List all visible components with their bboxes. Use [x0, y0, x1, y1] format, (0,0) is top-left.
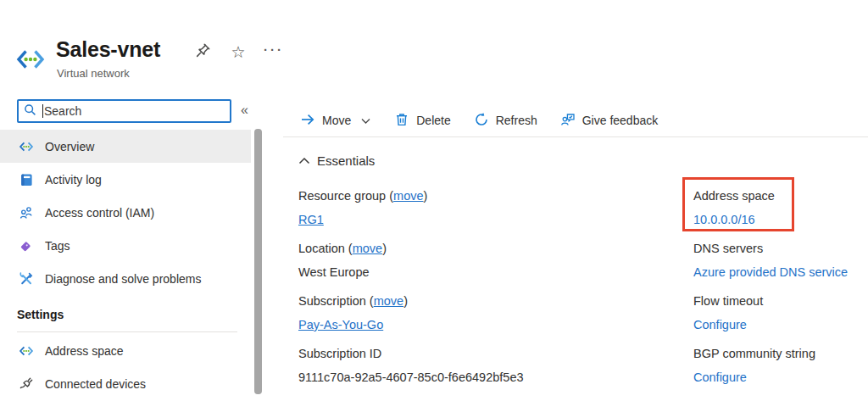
- resource-group-link[interactable]: RG1: [298, 213, 324, 226]
- sidebar-item-label: Diagnose and solve problems: [45, 272, 201, 286]
- header-actions: ☆ ···: [193, 42, 283, 61]
- sidebar-item-tags[interactable]: Tags: [0, 229, 251, 262]
- field-address-space: Address space 10.0.0.0/16: [693, 188, 848, 227]
- divider: [283, 136, 868, 137]
- chevron-down-icon: [360, 115, 371, 126]
- sidebar: « Overview Activity log: [0, 95, 264, 401]
- field-label: Subscription ID: [298, 346, 524, 361]
- essentials-right-column: Address space 10.0.0.0/16 DNS servers Az…: [693, 188, 848, 398]
- star-icon: ☆: [231, 44, 245, 60]
- collapse-sidebar-button[interactable]: «: [241, 103, 248, 118]
- sidebar-search-box: [17, 99, 231, 123]
- sidebar-item-activity-log[interactable]: Activity log: [0, 163, 251, 196]
- flow-timeout-configure-link[interactable]: Configure: [693, 318, 747, 331]
- sidebar-item-label: Tags: [45, 239, 70, 253]
- give-feedback-button[interactable]: Give feedback: [560, 112, 659, 130]
- virtual-network-icon: [19, 139, 34, 154]
- tags-icon: [19, 238, 34, 253]
- page-header: Sales-vnet Virtual network ☆ ···: [0, 0, 868, 92]
- sidebar-item-overview[interactable]: Overview: [0, 130, 251, 163]
- sidebar-section-settings: Settings: [17, 308, 251, 326]
- text-caret: [42, 104, 43, 118]
- address-space-icon: [19, 343, 34, 359]
- subscription-id-value: 9111c70a-92a5-4607-85c0-f6e6492bf5e3: [298, 370, 524, 385]
- access-control-icon: [19, 205, 34, 220]
- sidebar-item-label: Overview: [45, 140, 94, 153]
- field-label: Location: [298, 242, 345, 255]
- field-flow-timeout: Flow timeout Configure: [693, 293, 848, 332]
- field-label: BGP community string: [693, 346, 848, 361]
- move-subscription-link[interactable]: move: [374, 294, 403, 308]
- sidebar-item-label: Connected devices: [45, 377, 146, 391]
- pin-button[interactable]: [193, 42, 212, 61]
- sidebar-scrollbar[interactable]: [254, 129, 262, 394]
- move-resource-group-link[interactable]: move: [393, 189, 423, 203]
- page-title: Sales-vnet: [56, 37, 160, 62]
- pin-icon: [195, 42, 211, 61]
- move-button[interactable]: Move: [300, 112, 371, 130]
- field-bgp-community-string: BGP community string Configure: [693, 346, 848, 385]
- sidebar-item-label: Activity log: [45, 173, 102, 187]
- feedback-icon: [560, 112, 576, 130]
- command-toolbar: Move Delete: [300, 109, 658, 132]
- address-space-link[interactable]: 10.0.0.0/16: [693, 213, 755, 226]
- field-subscription: Subscription (move) Pay-As-You-Go: [298, 293, 524, 332]
- page-subtitle: Virtual network: [57, 67, 130, 80]
- field-location: Location (move) West Europe: [298, 241, 524, 280]
- trash-icon: [394, 112, 409, 130]
- subscription-link[interactable]: Pay-As-You-Go: [298, 318, 383, 331]
- sidebar-item-label: Access control (IAM): [45, 206, 154, 220]
- sidebar-item-address-space[interactable]: Address space: [0, 334, 251, 367]
- move-location-link[interactable]: move: [353, 242, 382, 255]
- more-options-button[interactable]: ···: [264, 42, 283, 61]
- bgp-configure-link[interactable]: Configure: [693, 370, 747, 384]
- virtual-network-icon: [15, 44, 46, 75]
- sidebar-menu: Overview Activity log Acc: [0, 130, 251, 400]
- essentials-title: Essentials: [317, 153, 375, 168]
- connected-devices-icon: [19, 376, 34, 392]
- refresh-icon: [474, 112, 489, 130]
- sidebar-item-label: Address space: [45, 344, 124, 358]
- dns-servers-link[interactable]: Azure provided DNS service: [693, 265, 848, 279]
- essentials-toggle[interactable]: Essentials: [298, 153, 375, 168]
- location-value: West Europe: [298, 265, 524, 280]
- sidebar-item-access-control[interactable]: Access control (IAM): [0, 196, 251, 229]
- field-label: Flow timeout: [693, 293, 848, 309]
- refresh-button[interactable]: Refresh: [474, 112, 537, 130]
- search-icon: [24, 103, 36, 120]
- diagnose-icon: [19, 271, 34, 287]
- essentials-left-column: Resource group (move) RG1 Location (move…: [298, 188, 524, 398]
- ellipsis-icon: ···: [264, 43, 284, 61]
- divider: [17, 331, 237, 332]
- activity-log-icon: [19, 172, 34, 187]
- search-input[interactable]: [44, 104, 225, 118]
- move-arrow-icon: [300, 112, 315, 130]
- field-subscription-id: Subscription ID 9111c70a-92a5-4607-85c0-…: [298, 346, 524, 385]
- sidebar-item-diagnose[interactable]: Diagnose and solve problems: [0, 262, 251, 295]
- field-label: Subscription: [298, 294, 366, 308]
- favorite-button[interactable]: ☆: [229, 42, 248, 61]
- field-label: Address space: [693, 188, 848, 203]
- sidebar-item-connected-devices[interactable]: Connected devices: [0, 367, 251, 400]
- delete-button[interactable]: Delete: [394, 112, 450, 130]
- field-label: Resource group: [298, 189, 386, 203]
- field-label: DNS servers: [693, 241, 848, 256]
- field-dns-servers: DNS servers Azure provided DNS service: [693, 241, 848, 280]
- field-resource-group: Resource group (move) RG1: [298, 188, 524, 227]
- chevron-up-icon: [298, 153, 310, 168]
- main-content: Move Delete: [288, 106, 868, 401]
